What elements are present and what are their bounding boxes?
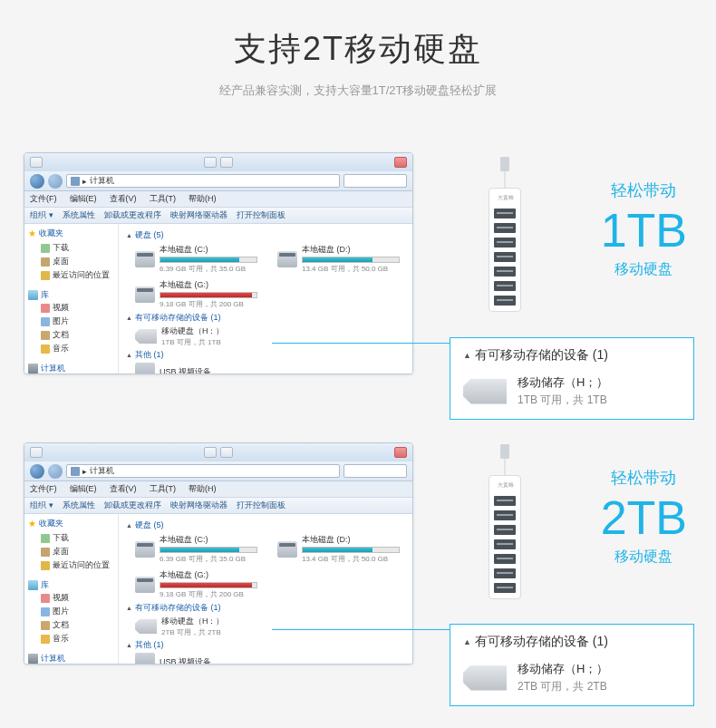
computer-icon — [28, 364, 38, 374]
usb-hub-image: 大黄蜂 — [486, 157, 524, 312]
sidebar-docs[interactable]: 文档 — [28, 618, 114, 632]
explorer-window-2: ▸计算机 文件(F) 编辑(E) 查看(V) 工具(T) 帮助(H) 组织 ▾ … — [24, 442, 413, 665]
callout-line — [272, 629, 453, 630]
tool-props[interactable]: 系统属性 — [63, 500, 95, 511]
menu-file[interactable]: 文件(F) — [30, 193, 57, 205]
callout-name: 移动储存（H；） — [518, 661, 608, 677]
tool-organize[interactable]: 组织 ▾ — [30, 209, 53, 221]
drive-c[interactable]: 本地磁盘 (C:)6.39 GB 可用，共 35.0 GB — [135, 534, 257, 564]
section-removable[interactable]: ▲有可移动存储的设备 (1) — [126, 312, 405, 324]
toolbar: 组织 ▾ 系统属性 卸载或更改程序 映射网络驱动器 打开控制面板 — [24, 498, 412, 514]
minimize-button[interactable] — [204, 157, 217, 168]
favorites-header[interactable]: ★收藏夹 — [28, 228, 114, 239]
promo-bottom: 移动硬盘 — [601, 548, 687, 567]
library-header[interactable]: 库 — [28, 289, 114, 301]
tool-map[interactable]: 映射网络驱动器 — [170, 209, 227, 221]
drive-d[interactable]: 本地磁盘 (D:)13.4 GB 可用，共 50.0 GB — [277, 534, 400, 564]
favorites-header[interactable]: ★收藏夹 — [28, 518, 114, 529]
callout-1: ▲有可移动存储的设备 (1) 移动储存（H；）1TB 可用，共 1TB — [450, 337, 694, 420]
tool-panel[interactable]: 打开控制面板 — [237, 209, 285, 221]
close-button[interactable] — [394, 447, 407, 458]
menu-view[interactable]: 查看(V) — [110, 483, 137, 495]
maximize-button[interactable] — [220, 447, 233, 458]
menu-edit[interactable]: 编辑(E) — [70, 193, 97, 205]
computer-icon — [28, 654, 38, 664]
forward-button[interactable] — [48, 174, 63, 189]
sidebar-desktop[interactable]: 桌面 — [28, 255, 114, 268]
sidebar-video[interactable]: 视频 — [28, 591, 114, 605]
usb-port-icon — [494, 510, 516, 520]
usb-port-icon — [494, 238, 516, 248]
address-bar[interactable]: ▸计算机 — [66, 464, 340, 478]
usb-port-icon — [494, 568, 516, 578]
usb-port-icon — [494, 252, 516, 262]
menu-tools[interactable]: 工具(T) — [150, 193, 177, 205]
sidebar-video[interactable]: 视频 — [28, 301, 114, 315]
tool-uninstall[interactable]: 卸载或更改程序 — [104, 500, 161, 511]
menubar: 文件(F) 编辑(E) 查看(V) 工具(T) 帮助(H) — [24, 191, 412, 208]
sidebar-desktop[interactable]: 桌面 — [28, 545, 114, 558]
section-hdd[interactable]: ▲硬盘 (5) — [126, 229, 405, 241]
section-other[interactable]: ▲其他 (1) — [126, 639, 405, 651]
sidebar-downloads[interactable]: 下载 — [28, 531, 114, 545]
explorer-window-1: ▸计算机 文件(F) 编辑(E) 查看(V) 工具(T) 帮助(H) 组织 ▾ … — [24, 152, 413, 374]
sidebar-pictures[interactable]: 图片 — [28, 605, 114, 618]
library-icon — [28, 580, 38, 590]
drive-d[interactable]: 本地磁盘 (D:)13.4 GB 可用，共 50.0 GB — [277, 244, 400, 274]
library-header[interactable]: 库 — [28, 579, 114, 591]
pictures-icon — [41, 317, 50, 326]
video-icon — [41, 594, 50, 603]
tool-organize[interactable]: 组织 ▾ — [30, 500, 53, 511]
menu-help[interactable]: 帮助(H) — [189, 483, 217, 495]
search-input[interactable] — [343, 464, 407, 478]
tool-uninstall[interactable]: 卸载或更改程序 — [104, 209, 161, 221]
menu-tools[interactable]: 工具(T) — [150, 483, 177, 495]
back-button[interactable] — [30, 174, 44, 189]
drive-c[interactable]: 本地磁盘 (C:)6.39 GB 可用，共 35.0 GB — [135, 244, 257, 274]
removable-icon — [135, 329, 157, 344]
hub-brand: 大黄蜂 — [494, 194, 516, 204]
address-bar[interactable]: ▸计算机 — [66, 174, 340, 188]
forward-button[interactable] — [48, 464, 63, 479]
docs-icon — [41, 331, 50, 340]
usb-device[interactable]: USB 视频设备 — [135, 363, 405, 374]
sidebar-docs[interactable]: 文档 — [28, 328, 114, 342]
drive-g[interactable]: 本地磁盘 (G:)9.18 GB 可用，共 200 GB — [135, 569, 257, 599]
section-other[interactable]: ▲其他 (1) — [126, 349, 405, 361]
section-removable[interactable]: ▲有可移动存储的设备 (1) — [126, 602, 405, 614]
computer-header[interactable]: 计算机 — [28, 653, 114, 665]
removable-h[interactable]: 移动硬盘（H：）1TB 可用，共 1TB — [135, 325, 405, 347]
computer-header[interactable]: 计算机 — [28, 363, 114, 374]
section-hdd[interactable]: ▲硬盘 (5) — [126, 519, 405, 531]
promo-top: 轻松带动 — [601, 467, 687, 489]
promo-1: 轻松带动 1TB 移动硬盘 — [601, 180, 687, 279]
tool-panel[interactable]: 打开控制面板 — [237, 500, 285, 511]
navbar: ▸计算机 — [24, 461, 412, 481]
search-input[interactable] — [343, 174, 407, 188]
sidebar-recent[interactable]: 最近访问的位置 — [28, 268, 114, 282]
sidebar-music[interactable]: 音乐 — [28, 632, 114, 645]
sidebar-music[interactable]: 音乐 — [28, 342, 114, 355]
back-button[interactable] — [30, 464, 44, 479]
maximize-button[interactable] — [220, 157, 233, 168]
drive-g[interactable]: 本地磁盘 (G:)9.18 GB 可用，共 200 GB — [135, 279, 257, 309]
minimize-button[interactable] — [204, 447, 217, 458]
removable-h[interactable]: 移动硬盘（H：）2TB 可用，共 2TB — [135, 616, 405, 637]
drive-icon — [135, 286, 155, 303]
tool-props[interactable]: 系统属性 — [63, 209, 95, 221]
usb-port-icon — [494, 209, 516, 218]
menu-file[interactable]: 文件(F) — [30, 483, 57, 495]
menu-help[interactable]: 帮助(H) — [189, 193, 217, 205]
menu-view[interactable]: 查看(V) — [110, 193, 137, 205]
sidebar-downloads[interactable]: 下载 — [28, 241, 114, 255]
sidebar-recent[interactable]: 最近访问的位置 — [28, 558, 114, 572]
menu-edit[interactable]: 编辑(E) — [70, 483, 97, 495]
tool-map[interactable]: 映射网络驱动器 — [170, 500, 227, 511]
close-button[interactable] — [394, 157, 407, 168]
hub-brand: 大黄蜂 — [494, 481, 516, 491]
drive-icon — [135, 541, 155, 558]
sidebar-pictures[interactable]: 图片 — [28, 315, 114, 328]
usb-device[interactable]: USB 视频设备 — [135, 653, 405, 665]
usb-plug-icon — [500, 444, 509, 459]
usb-plug-icon — [500, 157, 509, 171]
